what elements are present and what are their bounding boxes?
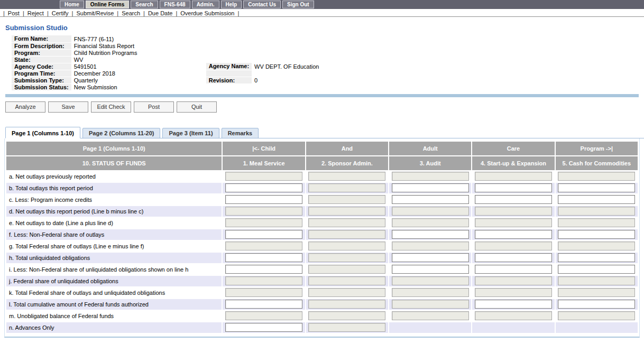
amount-input-i-col3[interactable]	[392, 265, 469, 274]
nav-button-admin[interactable]: Admin.	[192, 1, 219, 8]
tab-page-2-columns-11-20[interactable]: Page 2 (Columns 11-20)	[82, 128, 161, 138]
nav-button-contact-us[interactable]: Contact Us	[243, 1, 281, 8]
amount-input-l-col1[interactable]	[225, 300, 302, 309]
action-link-reject[interactable]: Reject	[27, 10, 44, 16]
amount-input-f-col4[interactable]	[475, 230, 552, 239]
row-label: e. Net outlays to date (Line a plus line…	[6, 218, 222, 228]
amount-input-h-col1[interactable]	[225, 253, 302, 262]
analyze-button[interactable]: Analyze	[5, 101, 45, 113]
amount-input-i-col4[interactable]	[475, 265, 552, 274]
amount-cell	[556, 206, 638, 217]
column-group-header-row: Page 1 (Columns 1-10)|<- ChildAndAdultCa…	[6, 142, 638, 155]
nav-button-sign-out[interactable]: Sign Out	[282, 1, 314, 8]
amount-cell	[223, 311, 305, 321]
amount-input-b-col4[interactable]	[475, 183, 552, 192]
amount-input-c-col3[interactable]	[392, 195, 469, 204]
amount-input-b-col3[interactable]	[392, 183, 469, 192]
amount-input-i-col1[interactable]	[225, 265, 302, 274]
amount-cell	[556, 299, 638, 310]
column-header: 4. Start-up & Expansion	[472, 156, 554, 170]
amount-input-h-col3[interactable]	[392, 253, 469, 262]
save-button[interactable]: Save	[48, 101, 88, 113]
column-header: 10. STATUS OF FUNDS	[6, 156, 222, 170]
amount-input-a-col5	[558, 172, 635, 181]
amount-cell	[306, 194, 388, 205]
table-row: h. Total unliquidated obligations	[6, 253, 638, 263]
amount-input-g-col3	[392, 241, 469, 250]
info-field-label: State:	[12, 56, 71, 63]
nav-button-help[interactable]: Help	[221, 1, 242, 8]
action-link-post[interactable]: Post	[8, 10, 20, 16]
nav-button-home[interactable]: Home	[60, 1, 84, 8]
edit-check-button[interactable]: Edit Check	[91, 101, 131, 113]
amount-input-k-col2	[308, 288, 385, 297]
amount-input-f-col1[interactable]	[225, 230, 302, 239]
info-field-value: FNS-777 (6-11)	[71, 35, 639, 42]
pipe-separator: |	[23, 10, 24, 16]
form-info-row: Program Time:December 2018	[12, 70, 639, 77]
column-group-header: Care	[472, 142, 554, 155]
amount-cell	[306, 299, 388, 310]
amount-cell	[556, 171, 638, 182]
nav-button-fns-648[interactable]: FNS-648	[160, 1, 190, 8]
amount-cell	[472, 322, 554, 333]
amount-cell	[223, 206, 305, 217]
action-link-overdue-submission[interactable]: Overdue Submission	[180, 10, 234, 16]
tab-page-3-item-11[interactable]: Page 3 (Item 11)	[162, 128, 219, 138]
pipe-separator: |	[117, 10, 118, 16]
amount-input-l-col5[interactable]	[558, 300, 635, 309]
amount-cell	[472, 276, 554, 286]
amount-input-i-col2	[308, 265, 385, 274]
amount-cell	[306, 241, 388, 252]
form-info-row: Program:Child Nutrition Programs	[12, 49, 639, 56]
amount-input-e-col5	[558, 218, 635, 227]
nav-button-online-forms[interactable]: Online Forms	[86, 1, 129, 8]
amount-cell	[472, 311, 554, 321]
column-header: 5. Cash for Commodities	[556, 156, 638, 170]
amount-input-h-col5[interactable]	[558, 253, 635, 262]
amount-cell	[389, 241, 471, 252]
nav-button-search[interactable]: Search	[131, 1, 158, 8]
amount-input-f-col3[interactable]	[392, 230, 469, 239]
action-link-certify[interactable]: Certify	[52, 10, 69, 16]
amount-input-n-col2	[308, 323, 385, 332]
tab-remarks[interactable]: Remarks	[222, 128, 259, 138]
table-row: b. Total outlays this report period	[6, 183, 638, 193]
amount-cell	[389, 206, 471, 217]
amount-cell	[389, 253, 471, 263]
amount-input-c-col5[interactable]	[558, 195, 635, 204]
amount-input-g-col1	[225, 241, 302, 250]
amount-input-i-col5[interactable]	[558, 265, 635, 274]
action-link-due-date[interactable]: Due Date	[148, 10, 172, 16]
amount-cell	[556, 287, 638, 298]
row-label: g. Total Federal share of outlays (Line …	[6, 241, 222, 252]
info-field-label: Revision:	[206, 77, 252, 83]
amount-input-b-col5[interactable]	[558, 183, 635, 192]
action-link-submit-revise[interactable]: Submit/Revise	[76, 10, 114, 16]
quit-button[interactable]: Quit	[177, 101, 217, 113]
amount-input-l-col4[interactable]	[475, 300, 552, 309]
amount-input-c-col1[interactable]	[225, 195, 302, 204]
post-button[interactable]: Post	[134, 101, 174, 113]
amount-input-e-col2	[308, 218, 385, 227]
amount-cell	[389, 218, 471, 228]
tab-page-1-columns-1-10[interactable]: Page 1 (Columns 1-10)	[5, 127, 80, 138]
row-label: m. Unobligated balance of Federal funds	[6, 311, 222, 321]
amount-input-h-col4[interactable]	[475, 253, 552, 262]
amount-cell	[556, 322, 638, 333]
action-link-search[interactable]: Search	[122, 10, 140, 16]
amount-cell	[389, 183, 471, 193]
amount-cell	[389, 311, 471, 321]
amount-input-c-col4[interactable]	[475, 195, 552, 204]
amount-input-b-col1[interactable]	[225, 183, 302, 192]
table-row: l. Total cumulative amount of Federal fu…	[6, 299, 638, 310]
amount-input-d-col3	[392, 207, 469, 216]
amount-input-m-col3	[392, 311, 469, 320]
amount-input-n-col1[interactable]	[225, 323, 302, 332]
form-info-row: Submission Status:New Submission	[12, 83, 639, 90]
info-field-label: Program Time:	[12, 70, 71, 77]
column-header-row: 10. STATUS OF FUNDS1. Meal Service2. Spo…	[6, 156, 638, 170]
amount-cell	[223, 287, 305, 298]
pipe-separator: |	[47, 10, 49, 16]
amount-input-f-col5[interactable]	[558, 230, 635, 239]
